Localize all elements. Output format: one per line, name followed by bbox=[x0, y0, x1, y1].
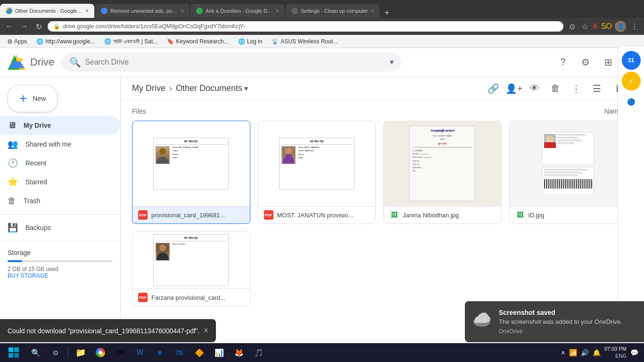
current-folder-button[interactable]: Other Documents ▾ bbox=[176, 83, 248, 93]
file-card-1[interactable]: বার্তা পরিচয় নিবন্দ bbox=[132, 121, 250, 224]
breadcrumb-separator: › bbox=[169, 83, 172, 93]
pdf-icon-2: PDF bbox=[264, 210, 273, 220]
settings-button[interactable]: ⚙ bbox=[576, 53, 595, 72]
backups-label: Backups bbox=[25, 224, 51, 231]
tab-3-title: Ask a Question - Google Drive H... bbox=[206, 8, 273, 14]
file-card-2[interactable]: বার্তা পরিচয় নিবন্দ bbox=[258, 121, 376, 224]
folder-header: My Drive › Other Documents ▾ 🔗 👤+ 👁 🗑 ⋮ … bbox=[121, 77, 638, 100]
preview-button[interactable]: 👁 bbox=[525, 79, 544, 98]
taskbar-app2[interactable]: 📊 bbox=[210, 344, 229, 362]
shared-label: Shared with me bbox=[25, 140, 71, 148]
tab-3-close[interactable]: × bbox=[276, 8, 279, 14]
bookmark-google[interactable]: 🌐 http://www.google... bbox=[33, 37, 99, 46]
taskbar-volume-icon[interactable]: 🔊 bbox=[581, 349, 589, 356]
account-icon[interactable]: K bbox=[593, 22, 598, 31]
taskbar-wifi-icon[interactable]: 📶 bbox=[569, 349, 577, 356]
tab-2-close[interactable]: × bbox=[181, 8, 184, 14]
bookmark-apps[interactable]: ⊞ Apps bbox=[4, 37, 31, 46]
backups-icon: 💾 bbox=[8, 222, 18, 233]
taskbar-notifications-panel[interactable]: 💬 bbox=[630, 349, 638, 356]
add-person-button[interactable]: 👤+ bbox=[504, 79, 523, 98]
taskbar-app1[interactable]: 🔶 bbox=[190, 344, 209, 362]
taskbar-store[interactable]: 🛍 bbox=[170, 344, 189, 362]
taskbar-search[interactable]: 🔍 bbox=[26, 344, 45, 362]
forward-button[interactable]: → bbox=[19, 20, 30, 33]
address-bar[interactable]: 🔒 drive.google.com/drive/folders/1zcv5Ea… bbox=[48, 21, 563, 32]
buy-storage-button[interactable]: BUY STORAGE bbox=[8, 272, 113, 279]
new-tab-button[interactable]: + bbox=[380, 8, 393, 18]
browser-icons: ⊙ ☆ K SO 👤 ⋮ bbox=[567, 20, 640, 33]
new-button[interactable]: + New bbox=[8, 85, 58, 112]
pdf-icon-1: PDF bbox=[138, 210, 148, 220]
taskbar-file-explorer[interactable]: 📁 bbox=[71, 344, 90, 362]
svg-rect-10 bbox=[14, 347, 19, 352]
refresh-button[interactable]: ↻ bbox=[34, 20, 44, 33]
download-error-message: Could not download "provisional_card_199… bbox=[8, 327, 200, 335]
drive-logo[interactable]: Drive bbox=[8, 54, 54, 71]
file-card-5[interactable]: বার্তা পরিচয় নিবন্দ bbox=[132, 231, 250, 306]
bookmark-star-icon[interactable]: ☆ bbox=[580, 20, 590, 33]
sidebar-item-trash[interactable]: 🗑 Trash bbox=[0, 191, 120, 210]
taskbar-chrome[interactable] bbox=[91, 344, 110, 362]
file-name-5: Farzana provisional_card... bbox=[151, 294, 244, 301]
taskbar-app4[interactable]: 🎵 bbox=[249, 344, 268, 362]
sidebar-item-shared[interactable]: 👥 Shared with me bbox=[0, 135, 120, 154]
tab-1-title: Other Documents - Google Drive bbox=[15, 8, 83, 14]
tab-2[interactable]: Remove unwanted ads, pop-ups... × bbox=[95, 4, 190, 18]
bookmark-keyword[interactable]: 🔖 Keyword Research... bbox=[163, 37, 232, 46]
file-card-4[interactable]: 🖼 ID.jpg bbox=[509, 121, 627, 224]
file-info-5: PDF Farzana provisional_card... bbox=[132, 288, 250, 306]
taskbar-sys-tray: ∧ 📶 🔊 🔔 07:03 PM ENG 💬 bbox=[561, 346, 642, 360]
tab-3[interactable]: Ask a Question - Google Drive H... × bbox=[190, 4, 285, 18]
help-button[interactable]: ? bbox=[553, 53, 572, 72]
file-name-2: MOST. JANATUN provisio... bbox=[277, 212, 370, 219]
sidebar-item-my-drive[interactable]: 🖥 My Drive bbox=[0, 116, 120, 135]
trash-label: Trash bbox=[24, 197, 40, 205]
bookmark-asus[interactable]: 📡 ASUS Wireless Rout... bbox=[268, 37, 341, 46]
tab-1-close[interactable]: × bbox=[85, 8, 89, 14]
menu-icon[interactable]: ⋮ bbox=[629, 20, 640, 33]
avatar[interactable]: 👤 bbox=[615, 21, 626, 32]
tasks-icon-right[interactable]: ✓ bbox=[622, 72, 641, 90]
taskbar-notification-icon[interactable]: 🔔 bbox=[593, 349, 601, 356]
more-button[interactable]: ⋮ bbox=[567, 79, 586, 98]
list-view-button[interactable]: ☰ bbox=[587, 79, 606, 98]
img-icon-3: 🖼 bbox=[389, 210, 399, 220]
url-text: drive.google.com/drive/folders/1zcv5EaQM… bbox=[63, 23, 245, 30]
tab-4[interactable]: Settings - Clean up computer × bbox=[286, 4, 380, 18]
apps-button[interactable]: ⊞ bbox=[599, 53, 618, 72]
bookmark-sat[interactable]: 🌐 সাউট একাডেমী | Sat... bbox=[100, 37, 161, 46]
search-bar[interactable]: 🔍 ▾ bbox=[62, 53, 401, 72]
taskbar: 🔍 ⊙ 📁 ✉ W e 🛍 🔶 📊 🦊 🎵 ∧ 📶 🔊 🔔 bbox=[0, 343, 644, 362]
files-label: Files Name ↓ bbox=[132, 107, 627, 115]
onedrive-text: Screenshot saved The screenshot was adde… bbox=[499, 309, 636, 335]
sidebar-item-starred[interactable]: ⭐ Starred bbox=[0, 173, 120, 191]
back-button[interactable]: ← bbox=[4, 20, 15, 33]
taskbar-edge[interactable]: e bbox=[150, 344, 169, 362]
time-display: 07:03 PM bbox=[604, 346, 627, 353]
taskbar-app3[interactable]: 🦊 bbox=[230, 344, 248, 362]
delete-button[interactable]: 🗑 bbox=[546, 79, 565, 98]
link-button[interactable]: 🔗 bbox=[484, 79, 503, 98]
sidebar-item-backups[interactable]: 💾 Backups bbox=[0, 218, 120, 237]
search-input[interactable] bbox=[85, 58, 386, 66]
taskbar-word[interactable]: W bbox=[131, 344, 149, 362]
sidebar-item-recent[interactable]: 🕐 Recent bbox=[0, 154, 120, 173]
taskbar-chevron-up[interactable]: ∧ bbox=[561, 349, 565, 356]
breadcrumb-my-drive[interactable]: My Drive bbox=[132, 83, 165, 93]
tab-1[interactable]: Other Documents - Google Drive × bbox=[0, 4, 94, 18]
start-button[interactable] bbox=[2, 344, 25, 362]
tab-4-close[interactable]: × bbox=[371, 8, 374, 14]
keep-icon-right[interactable]: 🔵 bbox=[622, 92, 641, 111]
file-card-3[interactable]: গণপ্রজাতন্ত্রী বাংলাদেশ তথ্য ও যোগাযোগ প… bbox=[383, 121, 502, 224]
file-preview-5: বার্তা পরিচয় নিবন্দ bbox=[132, 232, 250, 288]
calendar-icon-right[interactable]: 31 bbox=[622, 51, 641, 70]
download-close-button[interactable]: × bbox=[204, 326, 209, 336]
history-icon[interactable]: ⊙ bbox=[567, 20, 577, 33]
taskbar-cortana[interactable]: ⊙ bbox=[46, 344, 65, 362]
bookmark-login[interactable]: 🌐 Log in bbox=[234, 37, 266, 46]
file-info-4: 🖼 ID.jpg bbox=[510, 206, 627, 223]
taskbar-mail[interactable]: ✉ bbox=[111, 344, 130, 362]
search-dropdown-icon[interactable]: ▾ bbox=[390, 58, 394, 66]
account2-icon[interactable]: SO bbox=[601, 22, 612, 31]
